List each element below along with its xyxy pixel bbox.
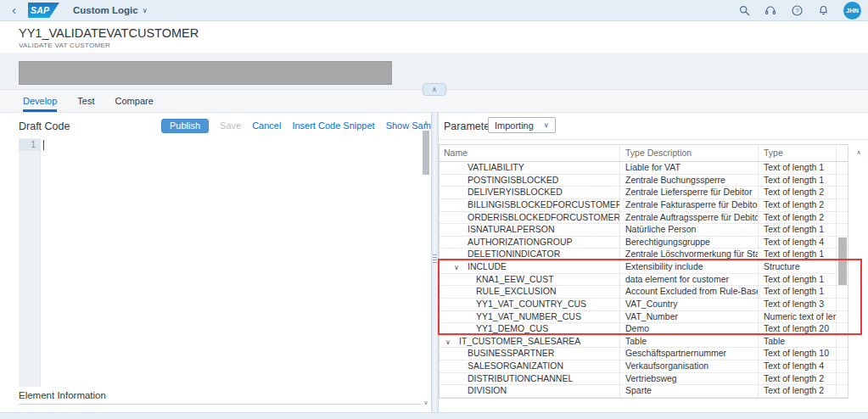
table-row[interactable]: RULE_EXCLUSIONAccount Excluded from Rule… xyxy=(440,286,848,299)
editor-scrollbar[interactable]: ∧ ∨ xyxy=(421,119,431,407)
param-type-description-cell: Zentrale Buchungssperre xyxy=(620,175,759,187)
table-row[interactable]: SALESORGANIZATIONVerkaufsorganisationTex… xyxy=(440,360,848,373)
app-title[interactable]: Custom Logic xyxy=(73,5,138,15)
param-type-cell: Text of length 1 xyxy=(759,274,837,286)
param-type-cell: Text of length 1 xyxy=(759,224,837,236)
param-type-cell: Text of length 10 xyxy=(759,348,837,360)
param-type-description-cell: Liable for VAT xyxy=(620,162,759,174)
table-row[interactable]: DELIVERYISBLOCKEDZentrale Liefersperre f… xyxy=(440,187,848,199)
param-name: DELETIONINDICATOR xyxy=(468,249,560,259)
back-icon[interactable]: ‹ xyxy=(12,1,16,20)
parameter-direction-value: Importing xyxy=(495,120,534,131)
table-row[interactable]: DELETIONINDICATORZentrale Löschvormerkun… xyxy=(440,249,848,261)
page-title: YY1_VALIDATEVATCUSTOMER xyxy=(19,26,199,40)
param-type-description-cell: Natürliche Person xyxy=(620,224,759,236)
scroll-down-icon[interactable]: ∨ xyxy=(421,399,431,407)
param-type-description-cell: data element for customer xyxy=(620,274,759,286)
expander-chevron-down-icon[interactable]: ∨ xyxy=(454,262,468,273)
tab-test[interactable]: Test xyxy=(77,90,94,112)
param-name-cell: YY1_VAT_COUNTRY_CUS xyxy=(440,299,620,310)
scroll-up-icon[interactable]: ∧ xyxy=(421,119,431,127)
param-type-cell: Text of length 2 xyxy=(759,373,837,385)
param-name-cell: ∨IT_CUSTOMER_SALESAREA xyxy=(440,336,620,348)
param-type-cell: Text of length 20 xyxy=(759,323,837,335)
scrollbar-thumb[interactable] xyxy=(423,131,429,175)
notifications-bell-icon[interactable] xyxy=(817,5,829,17)
table-row[interactable]: YY1_DEMO_CUSDemoText of length 20 xyxy=(440,323,848,336)
param-type-description-cell: Vertriebsweg xyxy=(620,373,759,385)
cancel-button[interactable]: Cancel xyxy=(252,120,281,131)
table-scrollbar-thumb[interactable] xyxy=(838,237,847,285)
param-name: DIVISION xyxy=(468,385,507,395)
param-name: YY1_DEMO_CUS xyxy=(476,323,548,333)
search-icon[interactable] xyxy=(738,5,750,17)
page-subtitle: VALIDATE VAT CUSTOMER xyxy=(19,42,110,49)
table-row[interactable]: ∨INCLUDEExtensibility includeStructure xyxy=(440,261,848,274)
table-row[interactable]: AUTHORIZATIONGROUPBerechtigungsgruppeTex… xyxy=(440,237,848,249)
table-row[interactable]: ORDERISBLOCKEDFORCUSTOMERZentrale Auftra… xyxy=(440,212,848,225)
code-editor[interactable]: 1 xyxy=(19,138,421,387)
table-row[interactable]: ISNATURALPERSONNatürliche PersonText of … xyxy=(440,224,848,237)
param-name-cell: ∨INCLUDE xyxy=(440,261,620,273)
table-row[interactable]: BILLINGISBLOCKEDFORCUSTOMERZentrale Fakt… xyxy=(440,199,848,212)
column-header-type[interactable]: Type xyxy=(759,145,837,161)
param-name-cell: VATLIABILITY xyxy=(440,162,620,174)
app-title-chevron-down-icon[interactable]: ∨ xyxy=(143,7,148,14)
parameter-direction-select[interactable]: Importing ∨ xyxy=(488,117,556,133)
insert-code-snippet-button[interactable]: Insert Code Snippet xyxy=(292,120,374,131)
param-name: YY1_VAT_NUMBER_CUS xyxy=(476,311,581,321)
param-type-description-cell: Demo xyxy=(620,323,759,335)
publish-button[interactable]: Publish xyxy=(161,119,209,133)
user-avatar[interactable]: JHN xyxy=(843,2,861,20)
param-name-cell: AUTHORIZATIONGROUP xyxy=(440,237,620,249)
editor-cursor xyxy=(43,140,44,150)
param-type-cell: Text of length 2 xyxy=(759,385,837,397)
column-header-type-description[interactable]: Type Description xyxy=(620,145,759,161)
param-name: RULE_EXCLUSION xyxy=(476,286,557,296)
param-type-cell: Text of length 2 xyxy=(759,187,837,198)
param-name: DELIVERYISBLOCKED xyxy=(468,187,563,197)
param-name: INCLUDE xyxy=(468,261,507,271)
table-row[interactable]: YY1_VAT_NUMBER_CUSVAT_NumberNumeric text… xyxy=(440,311,848,324)
param-name: VATLIABILITY xyxy=(468,162,524,172)
param-type-description-cell: Zentrale Fakturasperre für Debitor xyxy=(620,199,759,211)
panel-splitter[interactable] xyxy=(431,113,439,412)
param-type-description-cell: Zentrale Liefersperre für Debitor xyxy=(620,187,759,198)
param-type-description-cell: Verkaufsorganisation xyxy=(620,360,759,372)
parameters-table: Name Type Description Type VATLIABILITYL… xyxy=(439,144,848,399)
table-row[interactable]: YY1_VAT_COUNTRY_CUSVAT_CountryText of le… xyxy=(440,299,848,311)
param-type-description-cell: Zentrale Auftragssperre für Debitor xyxy=(620,212,759,224)
param-name-cell: DELETIONINDICATOR xyxy=(440,249,620,260)
table-row[interactable]: KNA1_EEW_CUSTdata element for customerTe… xyxy=(440,274,848,287)
table-row[interactable]: ∨IT_CUSTOMER_SALESAREATableTable xyxy=(440,336,848,349)
help-icon[interactable]: ? xyxy=(791,5,803,17)
column-header-name[interactable]: Name xyxy=(440,145,620,161)
header-collapse-button[interactable]: ∧ xyxy=(423,83,446,96)
param-type-cell: Text of length 4 xyxy=(759,237,837,249)
table-scroll-up-icon[interactable]: ∧ xyxy=(854,148,864,157)
param-type-description-cell: Geschäftspartnernummer xyxy=(620,348,759,360)
save-button[interactable]: Save xyxy=(220,120,241,131)
splitter-grip-icon xyxy=(433,253,437,265)
param-type-cell: Numeric text of lengt... xyxy=(759,311,837,323)
param-type-cell: Text of length 2 xyxy=(759,212,837,224)
table-row[interactable]: BUSINESSPARTNERGeschäftspartnernummerTex… xyxy=(440,348,848,360)
shell-bar: ‹ SAP Custom Logic ∨ ? JHN xyxy=(0,0,868,21)
param-type-description-cell: Zentrale Löschvormerkung für Stammsatz xyxy=(620,249,759,260)
table-row[interactable]: POSTINGISBLOCKEDZentrale BuchungssperreT… xyxy=(440,175,848,187)
support-headset-icon[interactable] xyxy=(764,5,776,17)
table-row[interactable]: DISTRIBUTIONCHANNELVertriebswegText of l… xyxy=(440,373,848,386)
table-row[interactable]: VATLIABILITYLiable for VATText of length… xyxy=(440,162,848,175)
tab-compare[interactable]: Compare xyxy=(115,90,154,112)
param-type-description-cell: Extensibility include xyxy=(620,261,759,273)
redacted-content-block xyxy=(19,61,392,85)
param-name: ORDERISBLOCKEDFORCUSTOMER xyxy=(468,212,620,222)
element-information-divider xyxy=(19,404,421,405)
shell-actions: ? JHN xyxy=(738,0,861,21)
param-name: POSTINGISBLOCKED xyxy=(468,175,558,185)
table-row[interactable]: DIVISIONSparteText of length 2 xyxy=(440,385,848,398)
param-name-cell: ISNATURALPERSON xyxy=(440,224,620,236)
tab-develop[interactable]: Develop xyxy=(23,90,57,112)
expander-chevron-down-icon[interactable]: ∨ xyxy=(445,337,459,348)
draft-code-panel: Draft Code Publish Save Cancel Insert Co… xyxy=(0,113,431,412)
